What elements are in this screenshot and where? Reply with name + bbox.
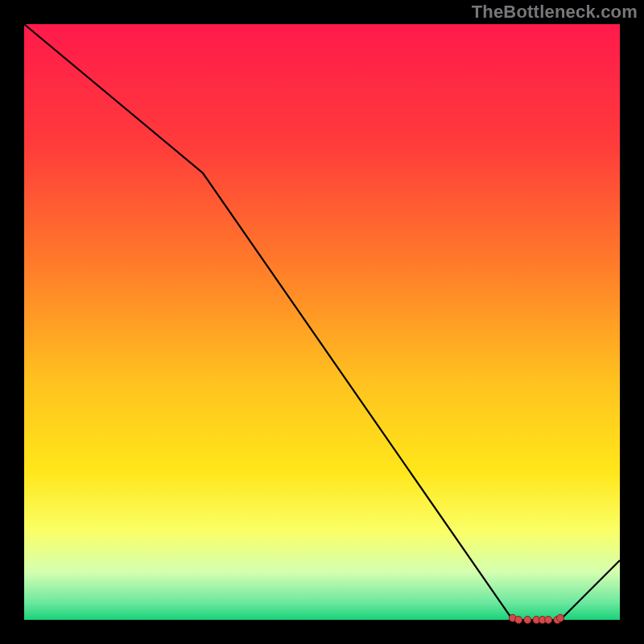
bottleneck-chart	[0, 0, 644, 644]
chart-marker	[545, 617, 552, 624]
chart-marker	[557, 614, 564, 621]
chart-frame: TheBottleneck.com	[0, 0, 644, 644]
chart-marker	[524, 617, 531, 624]
plot-background	[24, 24, 620, 620]
chart-marker	[515, 617, 522, 624]
